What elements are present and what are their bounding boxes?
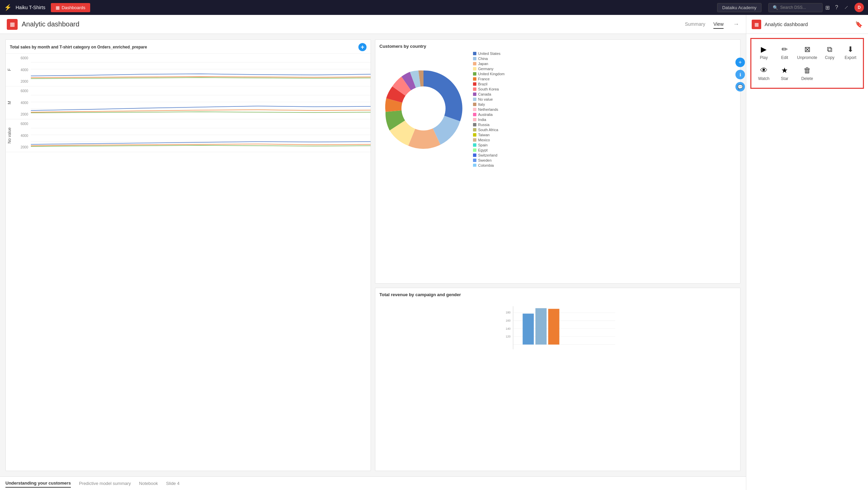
- info-button[interactable]: ℹ: [735, 70, 745, 79]
- legend-color-box: [473, 113, 476, 116]
- bookmark-icon: 🔖: [855, 21, 863, 28]
- legend-color-box: [473, 154, 476, 157]
- watch-icon: 👁: [760, 67, 768, 74]
- legend-label: India: [478, 118, 486, 122]
- legend-color-box: [473, 143, 476, 147]
- donut-chart-panel: Customers by country: [375, 39, 741, 284]
- legend-label: Japan: [478, 62, 488, 66]
- svg-rect-21: [535, 308, 547, 344]
- legend-color-box: [473, 82, 476, 86]
- analytics-icon[interactable]: ⟋: [844, 4, 849, 11]
- legend-item: Japan: [473, 62, 505, 66]
- search-bar[interactable]: 🔍 Search DSS...: [768, 3, 823, 12]
- search-placeholder: Search DSS...: [780, 5, 806, 10]
- legend-label: Canada: [478, 92, 491, 96]
- action-star[interactable]: ★Star: [775, 64, 794, 84]
- action-edit[interactable]: ✏Edit: [775, 43, 794, 63]
- line-chart-svg-wrap: [31, 121, 371, 150]
- copy-icon: ⧉: [827, 46, 832, 53]
- line-charts-title: Total sales by month and T-shirt categor…: [10, 45, 147, 49]
- add-chart-button[interactable]: +: [358, 43, 367, 51]
- action-unpromote[interactable]: ⊠Unpromote: [796, 43, 818, 63]
- unpromote-icon: ⊠: [804, 46, 810, 53]
- action-export[interactable]: ⬇Export: [841, 43, 860, 63]
- legend-color-box: [473, 62, 476, 65]
- active-nav-tab[interactable]: ▦ Dashboards: [51, 3, 90, 12]
- legend-label: Mexico: [478, 138, 490, 142]
- action-watch[interactable]: 👁Watch: [754, 64, 773, 84]
- header-tabs: Summary View: [685, 20, 724, 29]
- legend-item: Brazil: [473, 82, 505, 86]
- legend-label: China: [478, 57, 488, 61]
- bottom-tab-notebook[interactable]: Notebook: [139, 479, 158, 487]
- page-title: Analytic dashboard: [22, 20, 681, 28]
- legend-color-box: [473, 123, 476, 126]
- legend-color-box: [473, 103, 476, 106]
- legend-item: Colombia: [473, 163, 505, 167]
- legend-label: France: [478, 77, 490, 81]
- legend-label: Egypt: [478, 148, 488, 152]
- dashboard-area: ▦ Analytic dashboard Summary View → Cust…: [0, 15, 746, 490]
- add-slide-button[interactable]: +: [735, 58, 745, 67]
- legend-label: Colombia: [478, 163, 494, 167]
- help-icon[interactable]: ?: [835, 4, 838, 11]
- legend-item: No value: [473, 97, 505, 101]
- legend-label: Italy: [478, 102, 485, 106]
- line-chart-category-label: No value: [6, 127, 13, 143]
- action-label-watch: Watch: [758, 76, 770, 81]
- legend-color-box: [473, 52, 476, 55]
- action-play[interactable]: ▶Play: [754, 43, 773, 63]
- bottom-tab-slide-4[interactable]: Slide 4: [166, 479, 180, 487]
- legend-item: Canada: [473, 92, 505, 96]
- right-panel-title: Analytic dashboard: [765, 21, 852, 27]
- legend-item: United States: [473, 52, 505, 56]
- header-arrow-icon[interactable]: →: [733, 21, 739, 28]
- dashboard-nav-icon: ▦: [56, 5, 60, 10]
- legend-label: Australia: [478, 113, 493, 117]
- legend-color-box: [473, 98, 476, 101]
- legend-item: Taiwan: [473, 133, 505, 137]
- legend-item: South Korea: [473, 87, 505, 91]
- donut-container: United StatesChinaJapanGermanyUnited Kin…: [379, 52, 736, 167]
- right-panel-icon: ▦: [752, 20, 761, 29]
- legend-label: Spain: [478, 143, 488, 147]
- action-delete[interactable]: 🗑Delete: [796, 64, 818, 84]
- legend-label: United Kingdom: [478, 72, 505, 76]
- comment-button[interactable]: 💬: [735, 82, 745, 91]
- legend-color-box: [473, 164, 476, 167]
- action-label-copy: Copy: [825, 55, 834, 60]
- donut-legend: United StatesChinaJapanGermanyUnited Kin…: [473, 52, 505, 167]
- star-icon: ★: [781, 67, 788, 74]
- legend-item: United Kingdom: [473, 72, 505, 76]
- legend-label: Sweden: [478, 158, 492, 162]
- top-navigation: ⚡ Haiku T-Shirts ▦ Dashboards Dataiku Ac…: [0, 0, 868, 15]
- tab-view[interactable]: View: [713, 20, 724, 29]
- svg-rect-20: [522, 313, 534, 344]
- legend-label: Germany: [478, 67, 493, 71]
- right-panel: ▦ Analytic dashboard 🔖 ▶Play✏Edit⊠Unprom…: [746, 15, 868, 490]
- action-label-edit: Edit: [781, 55, 788, 60]
- line-chart-row: No value600040002000: [6, 119, 371, 152]
- legend-color-box: [473, 118, 476, 121]
- legend-color-box: [473, 133, 476, 137]
- bottom-tab-predictive-model-summary[interactable]: Predictive model summary: [79, 479, 131, 487]
- line-charts-panel: Total sales by month and T-shirt categor…: [5, 39, 371, 471]
- workspace-selector[interactable]: Dataiku Academy: [717, 3, 762, 12]
- bar-chart-area: 180 160 140 120: [379, 300, 736, 354]
- legend-label: United States: [478, 52, 500, 56]
- legend-color-box: [473, 108, 476, 111]
- legend-item: Egypt: [473, 148, 505, 152]
- action-label-play: Play: [760, 55, 768, 60]
- legend-label: Netherlands: [478, 107, 498, 111]
- legend-item: Sweden: [473, 158, 505, 162]
- legend-item: Mexico: [473, 138, 505, 142]
- action-copy[interactable]: ⧉Copy: [820, 43, 839, 63]
- bottom-tab-understanding-your-customers[interactable]: Understanding your customers: [5, 479, 71, 488]
- legend-item: France: [473, 77, 505, 81]
- line-chart-yaxis: 600040002000: [16, 56, 28, 83]
- user-avatar[interactable]: D: [854, 3, 864, 12]
- tab-summary[interactable]: Summary: [685, 20, 705, 29]
- grid-icon[interactable]: ⊞: [825, 4, 830, 11]
- line-chart-yaxis: 600040002000: [16, 89, 28, 116]
- bottom-tabs: Understanding your customersPredictive m…: [0, 476, 746, 490]
